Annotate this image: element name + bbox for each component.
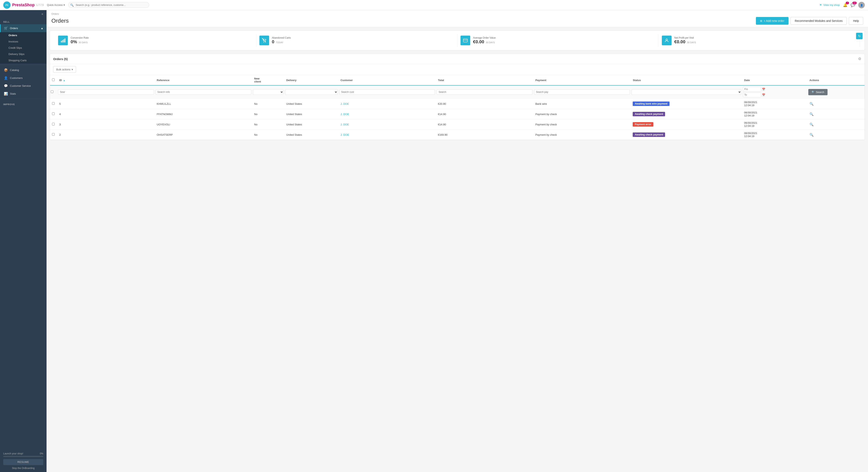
sidebar-item-catalog[interactable]: 📦 Catalog <box>0 66 46 74</box>
average-order-label: Average Order Value <box>473 36 655 39</box>
row-3-view-button[interactable]: 🔍 <box>809 123 813 126</box>
filter-delivery-select[interactable] <box>285 89 338 95</box>
table-settings-icon[interactable]: ⚙ <box>858 57 861 61</box>
row-4-customer-link[interactable]: J. DOE <box>341 113 349 116</box>
resume-button[interactable]: RESUME <box>3 459 43 465</box>
average-order-content: Average Order Value €0.00 30 DAYS <box>473 36 655 44</box>
filter-date-to-row: 📅 <box>743 92 807 97</box>
row-3-customer: J. DOE <box>339 119 436 130</box>
sidebar-item-customer-service[interactable]: 💬 Customer Service <box>0 82 46 90</box>
select-all-checkbox[interactable] <box>52 78 55 81</box>
svg-rect-6 <box>63 39 64 42</box>
messages-button[interactable]: 💬 13 <box>850 3 855 7</box>
filter-total-input[interactable] <box>437 89 532 95</box>
customers-icon: 👤 <box>4 76 8 80</box>
row-2-check[interactable] <box>52 133 55 136</box>
filter-customer-input[interactable] <box>339 89 435 95</box>
row-2-status: Awaiting check payment <box>631 130 742 140</box>
col-id: ID ▲ <box>57 75 155 85</box>
row-4-date: 06/30/202112:04:19 <box>742 109 807 119</box>
page-title-row: Orders ⊕ + Add new order Recommended Mod… <box>52 17 863 27</box>
filter-date-to-input[interactable] <box>743 92 761 97</box>
quick-access-button[interactable]: Quick Access ▾ <box>47 3 65 6</box>
filter-date-from-input[interactable] <box>743 87 761 92</box>
row-2-customer-link[interactable]: J. DOE <box>341 133 349 136</box>
row-5-total: €20.90 <box>436 99 533 109</box>
filter-new-client-cell: Yes No <box>252 85 284 99</box>
filter-search-button[interactable]: 🔍 Search <box>808 89 828 95</box>
row-5-view-button[interactable]: 🔍 <box>809 102 813 105</box>
submenu-item-delivery-slips[interactable]: Delivery Slips <box>0 51 46 57</box>
average-order-value: €0.00 30 DAYS <box>473 39 655 44</box>
filter-row: Yes No <box>50 85 865 99</box>
filter-checkbox[interactable] <box>51 90 54 93</box>
table-row: 5 KHWLILZLL No United States J. DOE €20.… <box>50 99 865 109</box>
row-2-delivery: United States <box>284 130 339 140</box>
filter-id-input[interactable] <box>58 89 154 95</box>
row-3-customer-link[interactable]: J. DOE <box>341 123 349 126</box>
eye-icon: 👁 <box>819 3 822 6</box>
sidebar-item-customers[interactable]: 👤 Customers <box>0 74 46 82</box>
row-2-checkbox <box>50 130 57 140</box>
add-new-order-button[interactable]: ⊕ + Add new order <box>756 17 788 25</box>
refresh-button[interactable]: ↻ <box>856 33 863 39</box>
sidebar: « SELL 🛒 Orders ▲ Orders Invoices Credit… <box>0 10 46 472</box>
stats-icon: 📊 <box>4 92 8 96</box>
svg-rect-7 <box>65 38 65 42</box>
calendar-to-icon[interactable]: 📅 <box>762 93 765 96</box>
customer-service-icon: 💬 <box>4 84 8 88</box>
global-search-input[interactable] <box>68 2 149 8</box>
notifications-button[interactable]: 🔔 7 <box>843 3 847 7</box>
sidebar-bottom: Launch your shop! 0% RESUME Stop the OnB… <box>0 450 46 472</box>
row-5-status: Awaiting bank wire payment <box>631 99 742 109</box>
row-5-customer-link[interactable]: J. DOE <box>341 102 349 105</box>
submenu-item-shopping-carts[interactable]: Shopping Carts <box>0 57 46 63</box>
filter-new-client-select[interactable]: Yes No <box>253 89 283 95</box>
stat-card-abandoned-carts: Abandoned Carts 0 TODAY <box>256 34 458 47</box>
row-2-view-button[interactable]: 🔍 <box>809 133 813 136</box>
row-4-check[interactable] <box>52 113 55 115</box>
row-4-payment: Payment by check <box>533 109 631 119</box>
table-header-row: ID ▲ Reference Newclient Delivery Custom… <box>50 75 865 85</box>
row-5-customer: J. DOE <box>339 99 436 109</box>
col-payment: Payment <box>533 75 631 85</box>
row-4-id: 4 <box>57 109 155 119</box>
calendar-from-icon[interactable]: 📅 <box>762 88 765 91</box>
row-3-check[interactable] <box>52 123 55 125</box>
sidebar-item-orders[interactable]: 🛒 Orders ▲ <box>0 24 46 32</box>
row-4-delivery: United States <box>284 109 339 119</box>
filter-payment-input[interactable] <box>534 89 630 95</box>
row-4-view-button[interactable]: 🔍 <box>809 113 813 116</box>
main-layout: « SELL 🛒 Orders ▲ Orders Invoices Credit… <box>0 10 868 472</box>
notifications-badge: 7 <box>846 2 849 4</box>
svg-point-13 <box>666 39 668 40</box>
plus-icon: ⊕ <box>760 19 763 23</box>
conversion-rate-icon <box>58 36 68 45</box>
filter-status-select[interactable] <box>631 89 741 95</box>
submenu-item-orders[interactable]: Orders <box>0 32 46 38</box>
row-2-actions: 🔍 <box>807 130 865 140</box>
row-5-check[interactable] <box>52 102 55 105</box>
topbar: PS PrestaShop 1.7.7.5 Quick Access ▾ 🔍 👁… <box>0 0 868 10</box>
submenu-item-credit-slips[interactable]: Credit Slips <box>0 45 46 51</box>
table-title: Orders (5) <box>53 57 68 61</box>
search-icon: 🔍 <box>811 91 815 94</box>
recommended-modules-button[interactable]: Recommended Modules and Services <box>790 17 847 25</box>
filter-customer-cell <box>339 85 436 99</box>
sidebar-collapse-button[interactable]: « <box>0 10 46 18</box>
id-sort-icon[interactable]: ▲ <box>63 79 65 82</box>
conversion-rate-content: Conversion Rate 0% 30 DAYS <box>71 36 253 44</box>
help-button[interactable]: Help <box>849 17 863 25</box>
row-5-date: 06/30/202112:04:19 <box>742 99 807 109</box>
user-avatar[interactable]: 👤 <box>858 2 865 8</box>
average-order-icon <box>461 36 470 45</box>
stop-onboarding-link[interactable]: Stop the OnBoarding <box>3 467 43 470</box>
submenu-item-invoices[interactable]: Invoices <box>0 38 46 45</box>
bulk-actions-button[interactable]: Bulk actions ▾ <box>53 66 76 73</box>
view-shop-button[interactable]: 👁 View my shop <box>819 3 840 6</box>
col-checkbox <box>50 75 57 85</box>
sidebar-item-stats[interactable]: 📊 Stats <box>0 90 46 98</box>
page-title: Orders <box>52 18 69 24</box>
table-row: 2 OHSATSERP No United States J. DOE €169… <box>50 130 865 140</box>
filter-reference-input[interactable] <box>156 89 251 95</box>
